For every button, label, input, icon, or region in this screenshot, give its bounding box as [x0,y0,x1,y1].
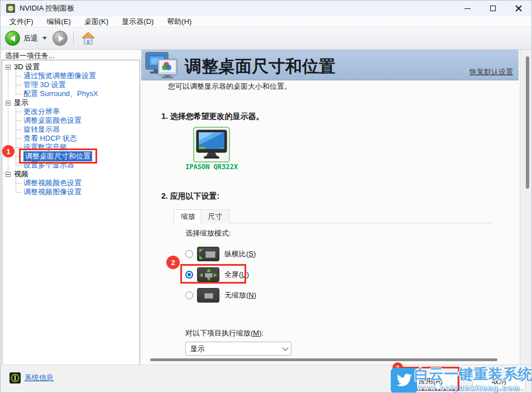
tree-item-view-hdcp-status[interactable]: 查看 HDCP 状态 [16,134,140,143]
restore-defaults-link[interactable]: 恢复默认设置 [469,67,513,77]
nvidia-logo-icon [6,4,15,13]
forward-icon [59,35,64,42]
watermark-twitter-icon [391,368,417,393]
annotation-box-step2 [180,264,246,284]
home-button[interactable] [79,30,97,47]
annotation-badge-2: 2 [166,256,180,269]
menu-bar: 文件(F) 编辑(E) 桌面(K) 显示器(D) 帮助(H) [1,16,531,27]
task-tree-panel: 3D 设置 通过预览调整图像设置 管理 3D 设置 配置 Surround、Ph… [2,60,140,368]
menu-display[interactable]: 显示器(D) [115,16,160,27]
tree-group-3d-settings[interactable]: 3D 设置 [2,63,140,71]
system-info-label[interactable]: 系统信息 [25,373,54,383]
step2-label: 2. 应用以下设置: [161,191,219,202]
radio-aspect-ratio[interactable] [185,250,193,258]
desktop-size-position-icon [145,51,180,79]
window-title: NVIDIA 控制面板 [20,3,74,13]
tree-children-video: 调整视频颜色设置 调整视频图像设置 [16,179,140,196]
task-tree: 3D 设置 通过预览调整图像设置 管理 3D 设置 配置 Surround、Ph… [2,60,140,196]
menu-edit[interactable]: 编辑(E) [40,16,78,27]
tree-item-adjust-desktop-color[interactable]: 调整桌面颜色设置 [16,116,140,125]
collapse-icon[interactable] [6,172,11,177]
page-description: 您可以调整显示器的桌面大小和位置。 [168,82,291,92]
tree-group-video[interactable]: 视频 [2,170,140,179]
annotation-box-step1 [19,148,97,164]
title-bar: NVIDIA 控制面板 [1,1,531,16]
tree-item-adjust-video-image[interactable]: 调整视频图像设置 [16,188,140,196]
tree-children-3d: 通过预览调整图像设置 管理 3D 设置 配置 Surround、PhysX [16,71,140,98]
aspect-ratio-icon [197,247,219,261]
radio-option-no-scaling[interactable]: 无缩放(N) [185,287,256,303]
maximize-button[interactable] [480,1,506,16]
no-scaling-icon [197,288,219,303]
nvidia-control-panel-window: NVIDIA 控制面板 文件(F) 编辑(E) 桌面(K) 显示器(D) 帮助(… [0,0,532,393]
monitor-tile[interactable] [193,127,230,162]
maximize-icon [490,6,496,11]
tree-item-manage-3d-settings[interactable]: 管理 3D 设置 [16,80,140,89]
page-title: 调整桌面尺寸和位置 [185,55,336,78]
collapse-icon[interactable] [6,65,11,70]
toolbar-separator [73,31,74,46]
page-header-banner: 调整桌面尺寸和位置 恢复默认设置 [141,50,519,80]
minimize-button[interactable] [454,1,480,16]
tab-scaling[interactable]: 缩放 [174,209,203,223]
perform-scaling-dropdown[interactable]: 显示 [185,342,291,356]
main-content: 调整桌面尺寸和位置 恢复默认设置 您可以调整显示器的桌面大小和位置。 1. 选择… [141,50,520,365]
forward-button[interactable] [52,31,68,46]
monitor-name-label: IPASON QR322X [172,163,251,171]
back-label: 后退 [23,33,38,44]
menu-desktop[interactable]: 桌面(K) [78,16,115,27]
radio-no-scaling[interactable] [185,291,193,299]
close-button[interactable] [506,1,531,16]
system-info-icon [9,372,21,384]
tree-item-rotate-display[interactable]: 旋转显示器 [16,125,140,134]
home-icon [81,31,95,46]
back-icon [5,31,20,46]
tree-root-connector [8,67,8,174]
annotation-badge-1: 1 [2,145,15,157]
collapse-icon[interactable] [6,100,11,106]
tree-item-preview-image-settings[interactable]: 通过预览调整图像设置 [16,71,140,80]
vertical-scrollbar-thumb[interactable] [526,56,529,189]
watermark-title: 白云一键重装系统 [414,365,532,384]
radio-option-aspect-ratio[interactable]: 纵横比(S) [185,246,256,262]
dropdown-selected-value: 显示 [190,344,282,354]
no-scaling-label: 无缩放(N) [224,290,256,300]
tree-item-adjust-video-color[interactable]: 调整视频颜色设置 [16,179,140,188]
chevron-down-icon [282,344,288,351]
minimize-icon [464,8,471,9]
task-sidebar: 选择一项任务... 3D 设置 通过预览调整图像设置 管理 3D 设置 配置 S… [1,50,141,365]
menu-file[interactable]: 文件(F) [3,16,40,27]
close-icon [515,5,522,12]
vertical-scrollbar-track[interactable] [520,50,532,365]
tree-item-configure-surround-physx[interactable]: 配置 Surround、PhysX [16,89,140,98]
horizontal-scrollbar[interactable] [150,358,497,361]
navigation-toolbar: 后退 [1,27,531,50]
back-button[interactable]: 后退 [5,31,38,46]
aspect-ratio-label: 纵横比(S) [224,249,256,259]
step1-label: 1. 选择您希望更改的显示器。 [161,112,264,122]
watermark-url: www.baiyunxitong.com [417,384,521,392]
perform-scaling-on-label: 对以下项目执行缩放(M): [185,328,263,338]
tree-group-display[interactable]: 显示 [2,98,140,107]
menu-help[interactable]: 帮助(H) [160,16,198,27]
system-info-link[interactable]: 系统信息 [9,372,54,384]
tab-size[interactable]: 尺寸 [200,209,229,223]
monitor-icon [196,130,227,160]
tree-item-change-resolution[interactable]: 更改分辨率 [16,107,140,116]
back-history-dropdown-icon[interactable] [42,37,47,40]
scaling-mode-label: 选择缩放模式: [185,228,231,238]
